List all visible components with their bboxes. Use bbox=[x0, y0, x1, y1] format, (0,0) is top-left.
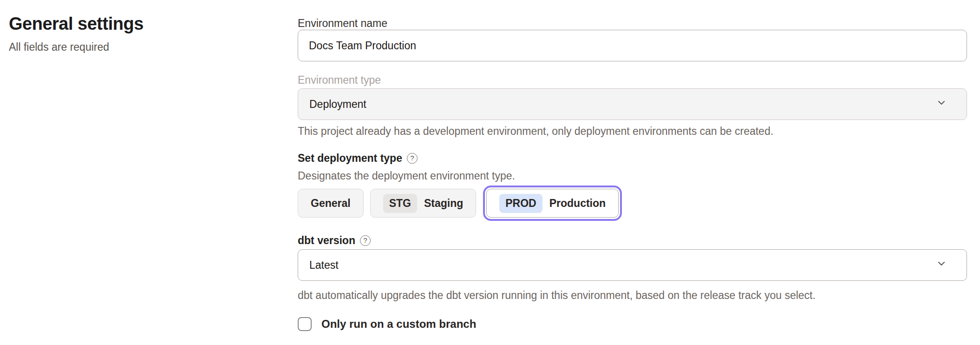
production-badge: PROD bbox=[499, 194, 542, 213]
environment-type-select: Deployment bbox=[298, 88, 967, 120]
deployment-type-option-staging[interactable]: STG Staging bbox=[370, 189, 477, 218]
deployment-type-option-label: General bbox=[311, 197, 351, 210]
help-icon[interactable]: ? bbox=[407, 153, 418, 164]
environment-type-value: Deployment bbox=[309, 98, 366, 111]
page-title: General settings bbox=[9, 14, 269, 34]
environment-type-helper: This project already has a development e… bbox=[298, 125, 967, 138]
staging-badge: STG bbox=[383, 194, 417, 213]
deployment-type-options: General STG Staging PROD Production bbox=[298, 189, 967, 218]
dbt-version-value: Latest bbox=[309, 259, 339, 272]
page-subtitle: All fields are required bbox=[9, 41, 269, 53]
chevron-down-icon bbox=[936, 258, 947, 272]
deployment-type-label: Set deployment type bbox=[298, 152, 402, 165]
custom-branch-checkbox[interactable] bbox=[298, 317, 312, 331]
environment-settings-form: Environment name Environment type Deploy… bbox=[298, 14, 967, 331]
chevron-down-icon bbox=[936, 97, 947, 111]
environment-type-label: Environment type bbox=[298, 73, 967, 86]
dbt-version-select[interactable]: Latest bbox=[298, 249, 967, 281]
deployment-type-option-label: Staging bbox=[424, 197, 463, 210]
deployment-type-option-label: Production bbox=[549, 197, 606, 210]
custom-branch-label: Only run on a custom branch bbox=[321, 318, 476, 331]
environment-name-input[interactable] bbox=[298, 30, 967, 61]
deployment-type-option-general[interactable]: General bbox=[298, 189, 364, 218]
environment-name-label: Environment name bbox=[298, 17, 967, 30]
deployment-type-helper: Designates the deployment environment ty… bbox=[298, 169, 967, 182]
help-icon[interactable]: ? bbox=[360, 235, 371, 246]
dbt-version-helper: dbt automatically upgrades the dbt versi… bbox=[298, 289, 967, 302]
dbt-version-label: dbt version bbox=[298, 234, 355, 247]
settings-header: General settings All fields are required bbox=[9, 14, 269, 53]
deployment-type-option-production[interactable]: PROD Production bbox=[486, 189, 619, 218]
